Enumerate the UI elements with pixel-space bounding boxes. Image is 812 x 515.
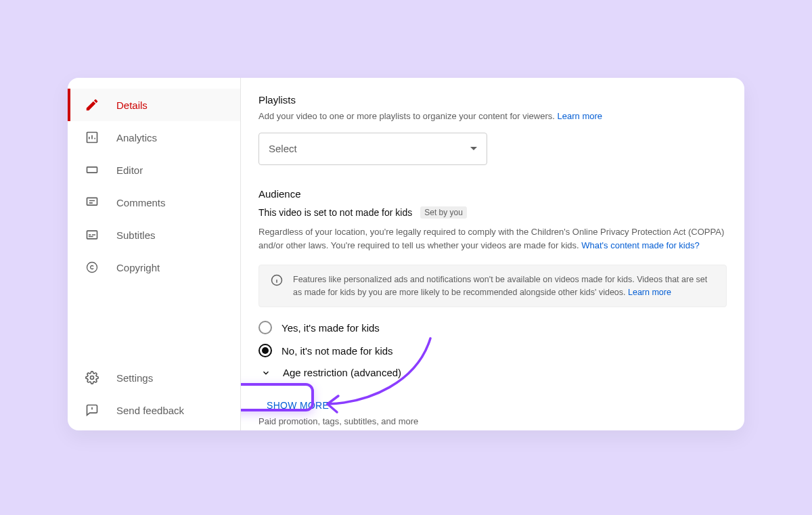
sidebar-item-analytics[interactable]: Analytics [68, 121, 240, 154]
chevron-down-icon [261, 368, 271, 378]
main-content: Playlists Add your video to one or more … [241, 78, 744, 430]
age-restriction-label: Age restriction (advanced) [283, 367, 401, 378]
coppa-learn-link[interactable]: What's content made for kids? [581, 240, 699, 250]
pencil-icon [84, 97, 100, 113]
sidebar-item-label: Editor [116, 164, 143, 176]
sidebar-item-label: Send feedback [116, 405, 184, 416]
show-more-hint: Paid promotion, tags, subtitles, and mor… [258, 416, 727, 426]
sidebar-item-details[interactable]: Details [68, 89, 240, 121]
svg-rect-2 [87, 198, 97, 205]
copyright-icon [84, 259, 100, 275]
info-learn-more-link[interactable]: Learn more [628, 288, 671, 297]
playlists-learn-more-link[interactable]: Learn more [558, 111, 602, 121]
sidebar-item-comments[interactable]: Comments [68, 186, 240, 219]
select-placeholder: Select [269, 143, 297, 154]
kids-radio-group: Yes, it's made for kids No, it's not mad… [258, 321, 727, 357]
radio-icon [258, 321, 272, 334]
info-icon [270, 273, 284, 287]
playlists-section: Playlists Add your video to one or more … [258, 94, 727, 165]
sidebar-item-label: Comments [116, 197, 166, 208]
svg-point-4 [87, 263, 97, 273]
sidebar-item-copyright[interactable]: Copyright [68, 251, 240, 284]
sidebar-item-label: Copyright [116, 262, 160, 273]
radio-icon [258, 344, 272, 357]
radio-no-kids[interactable]: No, it's not made for kids [258, 344, 727, 357]
playlists-select[interactable]: Select [258, 133, 487, 165]
sidebar-item-subtitles[interactable]: Subtitles [68, 219, 240, 251]
radio-yes-kids[interactable]: Yes, it's made for kids [258, 321, 727, 334]
svg-rect-1 [87, 167, 97, 173]
sidebar-item-settings[interactable]: Settings [68, 361, 240, 394]
subtitles-icon [84, 227, 100, 243]
editor-icon [84, 162, 100, 178]
radio-label: Yes, it's made for kids [281, 322, 380, 334]
set-by-badge: Set by you [420, 206, 467, 219]
feedback-icon [84, 402, 100, 418]
sidebar-item-label: Settings [116, 372, 153, 384]
sidebar-item-label: Analytics [116, 132, 157, 143]
age-restriction-toggle[interactable]: Age restriction (advanced) [261, 367, 727, 378]
svg-point-5 [91, 376, 94, 380]
playlists-title: Playlists [258, 94, 727, 106]
comments-icon [84, 194, 100, 210]
radio-label: No, it's not made for kids [281, 345, 393, 357]
analytics-icon [84, 129, 100, 145]
coppa-text: Regardless of your location, you're lega… [258, 225, 727, 252]
sidebar-item-feedback[interactable]: Send feedback [68, 394, 240, 426]
video-details-panel: Details Analytics Editor Comments [68, 78, 744, 430]
audience-status: This video is set to not made for kids [258, 207, 412, 218]
audience-section: Audience This video is set to not made f… [258, 188, 727, 427]
sidebar-item-label: Details [116, 99, 148, 111]
gear-icon [84, 370, 100, 386]
show-more-button[interactable]: SHOW MORE [258, 395, 337, 416]
sidebar-item-editor[interactable]: Editor [68, 154, 240, 186]
sidebar-item-label: Subtitles [116, 229, 156, 241]
audience-title: Audience [258, 188, 727, 200]
chevron-down-icon [470, 147, 477, 150]
playlists-help: Add your video to one or more playlists … [258, 110, 727, 123]
kids-info-block: Features like personalized ads and notif… [258, 265, 727, 308]
sidebar: Details Analytics Editor Comments [68, 78, 241, 430]
